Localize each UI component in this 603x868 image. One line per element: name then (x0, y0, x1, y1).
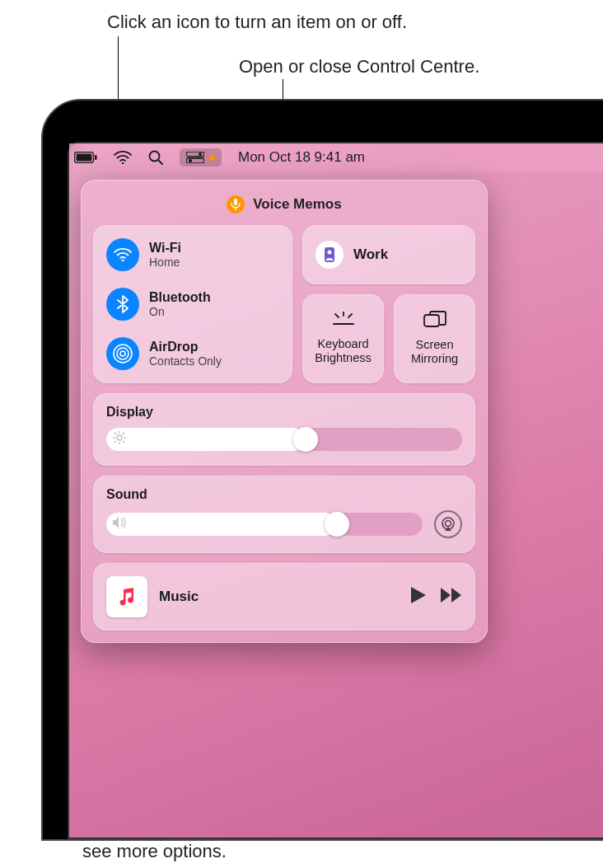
focus-card[interactable]: Work (302, 225, 475, 284)
svg-point-9 (189, 159, 192, 162)
connectivity-card[interactable]: Wi-Fi Home Bluetooth On (93, 225, 292, 383)
search-icon[interactable] (148, 150, 163, 165)
bluetooth-title: Bluetooth (149, 290, 211, 305)
svg-line-28 (115, 433, 116, 434)
airdrop-subtitle: Contacts Only (149, 354, 222, 368)
airdrop-toggle[interactable]: AirDrop Contacts Only (106, 337, 279, 370)
airplay-audio-button[interactable] (434, 510, 462, 538)
wifi-status-icon[interactable] (114, 151, 132, 164)
svg-rect-10 (234, 199, 237, 205)
svg-line-30 (115, 441, 116, 443)
active-app-name: Voice Memos (253, 196, 341, 213)
wifi-title: Wi-Fi (149, 241, 181, 256)
svg-point-33 (446, 521, 451, 527)
wifi-icon[interactable] (106, 238, 139, 271)
battery-icon[interactable] (74, 152, 97, 163)
screen-mirroring-label: Screen Mirroring (400, 338, 469, 367)
svg-point-17 (328, 251, 332, 255)
svg-point-13 (120, 351, 125, 356)
wifi-subtitle: Home (149, 256, 181, 269)
keyboard-brightness-label: Keyboard Brightness (309, 337, 377, 366)
svg-rect-1 (77, 154, 92, 162)
focus-label: Work (353, 246, 388, 263)
bluetooth-icon[interactable] (106, 288, 139, 321)
control-centre-menu-icon[interactable] (180, 148, 222, 167)
microphone-icon (227, 195, 245, 213)
callout-toggle: Click an icon to turn an item on or off. (107, 10, 407, 35)
screen-mirroring-card[interactable]: Screen Mirroring (394, 294, 475, 383)
brightness-icon (113, 431, 126, 448)
display-title: Display (106, 405, 462, 420)
music-card[interactable]: Music (93, 563, 475, 631)
bluetooth-subtitle: On (149, 305, 211, 318)
active-app-indicator[interactable]: Voice Memos (93, 192, 475, 215)
svg-point-3 (122, 162, 124, 164)
menubar: Mon Oct 18 9:41 am (69, 143, 603, 171)
focus-badge-icon (316, 241, 344, 269)
music-app-icon (106, 576, 147, 617)
svg-rect-2 (95, 155, 97, 160)
svg-point-12 (122, 260, 124, 261)
laptop-frame: Mon Oct 18 9:41 am Voice Memos (41, 99, 603, 841)
svg-line-31 (123, 433, 124, 434)
music-title: Music (159, 589, 400, 605)
sound-slider-knob[interactable] (325, 512, 349, 537)
svg-point-14 (117, 348, 129, 359)
svg-line-20 (348, 314, 352, 317)
screen-mirroring-icon (423, 311, 446, 332)
callout-open-close: Open or close Control Centre. (239, 54, 479, 79)
keyboard-brightness-icon (331, 312, 356, 331)
next-track-button[interactable] (441, 588, 462, 606)
keyboard-brightness-card[interactable]: Keyboard Brightness (302, 294, 384, 383)
airdrop-title: AirDrop (149, 340, 222, 354)
display-slider[interactable] (106, 428, 462, 451)
display-card[interactable]: Display (93, 393, 475, 466)
control-centre-panel: Voice Memos Wi-Fi Home (81, 180, 488, 643)
volume-icon (113, 517, 128, 532)
wifi-toggle[interactable]: Wi-Fi Home (106, 238, 279, 271)
sound-title: Sound (106, 487, 462, 502)
svg-point-7 (199, 152, 202, 156)
sound-card[interactable]: Sound (93, 476, 475, 553)
svg-line-29 (123, 441, 124, 443)
svg-point-23 (117, 435, 122, 440)
sound-slider[interactable] (106, 513, 423, 536)
menubar-datetime[interactable]: Mon Oct 18 9:41 am (238, 149, 365, 166)
play-button[interactable] (411, 587, 426, 607)
mic-active-dot-icon (209, 155, 215, 161)
airdrop-icon[interactable] (106, 337, 139, 370)
display-slider-knob[interactable] (293, 427, 318, 452)
svg-line-5 (158, 160, 162, 164)
bluetooth-toggle[interactable]: Bluetooth On (106, 288, 279, 321)
svg-rect-22 (424, 315, 439, 326)
svg-line-19 (335, 314, 339, 317)
desktop: Mon Oct 18 9:41 am Voice Memos (68, 142, 603, 839)
